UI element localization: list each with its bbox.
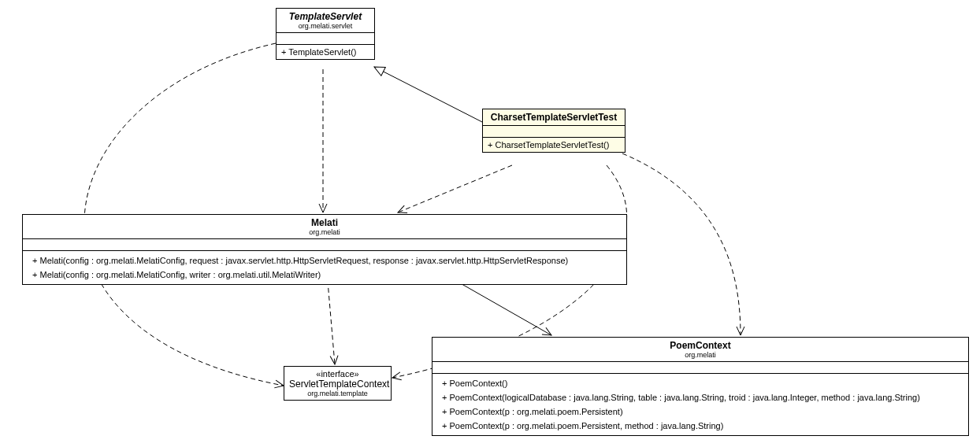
class-package: org.melati.template	[289, 390, 386, 397]
class-package: org.melati	[28, 228, 622, 236]
class-name: TemplateServlet	[281, 11, 369, 22]
class-poemcontext: PoemContext org.melati + PoemContext() +…	[432, 337, 969, 436]
edge-melati-to-stc	[327, 272, 335, 364]
class-name: PoemContext	[437, 340, 963, 351]
class-method: + TemplateServlet()	[277, 45, 374, 59]
class-method: + PoemContext(p : org.melati.poem.Persis…	[437, 405, 963, 419]
class-stereotype: «interface»	[289, 369, 386, 379]
edge-charset-to-templateservlet	[374, 67, 482, 122]
class-method: + Melati(config : org.melati.MelatiConfi…	[28, 268, 622, 282]
class-name: ServletTemplateContext	[289, 379, 386, 390]
edge-charset-to-poemcontext	[622, 153, 741, 335]
class-method: + PoemContext(p : org.melati.poem.Persis…	[437, 419, 963, 433]
class-name: Melati	[28, 217, 622, 228]
edge-charset-to-melati	[398, 165, 512, 212]
class-method: + Melati(config : org.melati.MelatiConfi…	[28, 253, 622, 268]
class-package: org.melati	[437, 351, 963, 359]
class-charsettest: CharsetTemplateServletTest + CharsetTemp…	[482, 109, 625, 153]
class-package: org.melati.servlet	[281, 22, 369, 30]
class-method: + CharsetTemplateServletTest()	[483, 138, 625, 152]
class-servlettemplatecontext: «interface» ServletTemplateContext org.m…	[284, 366, 392, 401]
class-method: + PoemContext(logicalDatabase : java.lan…	[437, 390, 963, 405]
class-method: + PoemContext()	[437, 376, 963, 390]
class-name: CharsetTemplateServletTest	[488, 112, 620, 123]
class-melati: Melati org.melati + Melati(config : org.…	[22, 214, 627, 285]
class-templateservlet: TemplateServlet org.melati.servlet + Tem…	[276, 8, 375, 60]
